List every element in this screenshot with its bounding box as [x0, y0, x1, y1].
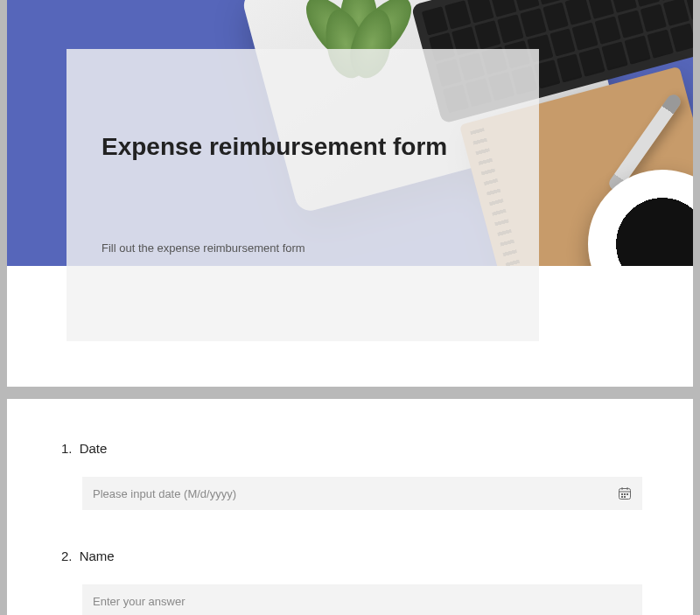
date-input[interactable] — [93, 487, 618, 500]
name-input-wrapper[interactable] — [82, 584, 642, 615]
svg-rect-6 — [626, 493, 628, 495]
question-text: Name — [80, 549, 115, 563]
form-header-section: Expense reimbursement form Fill out the … — [7, 0, 693, 387]
svg-rect-7 — [621, 496, 623, 498]
question-number: 1. — [61, 441, 73, 456]
plant-decor — [296, 0, 436, 96]
question-date: 1. Date — [61, 441, 639, 510]
hero-extension — [7, 266, 693, 346]
calendar-icon[interactable] — [618, 486, 632, 500]
svg-rect-8 — [624, 496, 626, 498]
form-questions-section: 1. Date 2. — [7, 399, 693, 615]
svg-rect-5 — [624, 493, 626, 495]
name-input[interactable] — [93, 595, 632, 608]
form-title: Expense reimbursement form — [102, 133, 504, 161]
question-label: 1. Date — [61, 441, 639, 456]
form-subtitle: Fill out the expense reimbursement form — [102, 241, 504, 255]
question-number: 2. — [61, 549, 73, 563]
date-input-wrapper[interactable] — [82, 477, 642, 510]
hero-wrapper: Expense reimbursement form Fill out the … — [7, 0, 693, 346]
question-name: 2. Name — [61, 549, 639, 615]
question-text: Date — [80, 441, 108, 456]
spacer — [7, 346, 693, 387]
question-label: 2. Name — [61, 549, 639, 563]
section-gap — [0, 387, 700, 399]
svg-rect-4 — [621, 493, 623, 495]
